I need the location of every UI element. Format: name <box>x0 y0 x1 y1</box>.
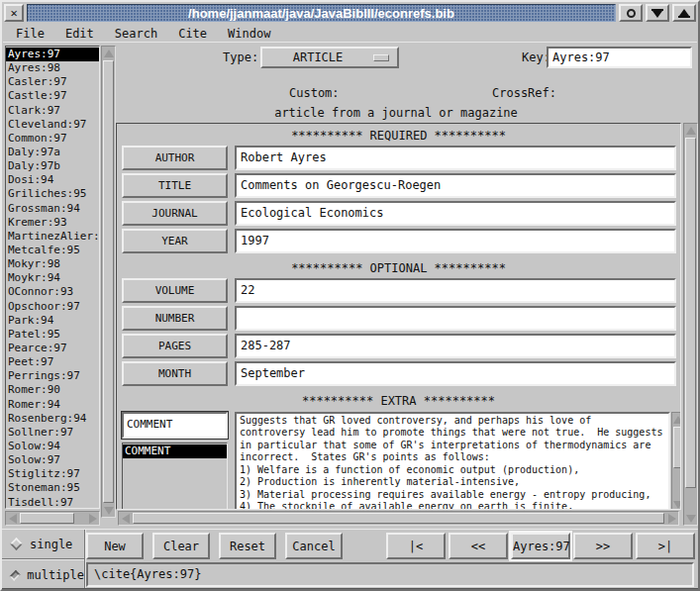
clear-button[interactable]: Clear <box>152 533 210 559</box>
reference-list-item[interactable]: Daly:97b <box>6 159 99 173</box>
reference-list-item[interactable]: Metcalfe:95 <box>6 244 99 257</box>
field-text-input[interactable]: 22 <box>235 278 676 303</box>
field-label-button[interactable]: MONTH <box>122 361 228 386</box>
scroll-thumb[interactable] <box>20 513 74 524</box>
titlebar-drag-area[interactable]: /home/jjanmaat/java/JavaBibIII/econrefs.… <box>27 4 616 22</box>
reference-list-item[interactable]: Clark:97 <box>6 104 99 118</box>
reference-list-item[interactable]: Patel:95 <box>6 328 99 342</box>
reference-list-item[interactable]: Kremer:93 <box>6 216 99 230</box>
reference-list-item[interactable]: Cleveland:97 <box>6 118 99 132</box>
form-vscrollbar[interactable] <box>683 123 698 526</box>
scroll-down-icon[interactable] <box>672 498 681 510</box>
reference-list-item[interactable]: Park:94 <box>6 314 99 328</box>
reference-list-item[interactable]: Griliches:95 <box>6 187 99 201</box>
menu-item[interactable]: Cite <box>178 27 207 41</box>
type-dropdown[interactable]: ARTICLE <box>260 47 399 68</box>
reference-list-item[interactable]: Daly:97a <box>6 146 99 159</box>
reference-list-item[interactable]: Solow:97 <box>6 453 99 467</box>
scroll-thumb[interactable] <box>673 427 681 468</box>
scroll-left-icon[interactable] <box>6 512 19 525</box>
scroll-down-icon[interactable] <box>102 504 115 517</box>
reference-list-item[interactable]: Opschoor:97 <box>6 300 99 314</box>
scroll-up-icon[interactable] <box>684 124 697 137</box>
menu-item[interactable]: Window <box>228 27 270 41</box>
scroll-left-icon[interactable] <box>119 512 132 525</box>
nav-button[interactable]: Ayres:97 <box>511 533 570 559</box>
field-label-button[interactable]: YEAR <box>122 229 228 253</box>
shade-button[interactable] <box>646 4 669 22</box>
reference-list-item[interactable]: Stoneman:95 <box>6 481 99 495</box>
field-label-button[interactable]: VOLUME <box>122 278 228 303</box>
nav-button[interactable]: |< <box>386 533 446 559</box>
field-label-button[interactable]: TITLE <box>122 173 228 198</box>
scroll-trough[interactable] <box>19 512 86 525</box>
reference-list-item[interactable]: Ayres:97 <box>6 48 99 61</box>
scroll-thumb[interactable] <box>133 513 664 524</box>
reference-list-item[interactable]: Pearce:97 <box>6 342 99 355</box>
scroll-thumb[interactable] <box>685 138 696 488</box>
reference-list-item[interactable]: Peet:97 <box>6 355 99 369</box>
mode-multiple-radio[interactable]: multiple <box>2 560 84 590</box>
reference-list-item[interactable]: Perrings:97 <box>6 369 99 383</box>
key-input[interactable]: Ayres:97 <box>547 47 692 68</box>
scroll-up-icon[interactable] <box>102 47 115 59</box>
reference-list-item[interactable]: Castle:97 <box>6 89 99 103</box>
close-button[interactable]: ✕ <box>4 4 24 22</box>
field-label-button[interactable]: JOURNAL <box>122 201 228 226</box>
reference-list-item[interactable]: Dosi:94 <box>6 173 99 187</box>
field-text-input[interactable]: 1997 <box>235 229 676 253</box>
reference-list-item[interactable]: Ayres:98 <box>6 61 99 75</box>
cite-command-field[interactable]: \cite{Ayres:97} <box>86 562 694 587</box>
comment-vscrollbar[interactable] <box>671 412 681 510</box>
menu-item[interactable]: Search <box>115 27 157 41</box>
reference-list-item[interactable]: Grossman:94 <box>6 202 99 216</box>
mode-single-radio[interactable]: single <box>2 530 84 559</box>
cancel-button[interactable]: Cancel <box>285 533 343 559</box>
reset-button[interactable]: Reset <box>219 533 276 559</box>
reference-list-vscrollbar[interactable] <box>101 46 116 518</box>
comment-textarea[interactable]: Suggests that GR loved controversy, and … <box>235 412 670 510</box>
nav-button[interactable]: >| <box>636 533 695 559</box>
scroll-thumb[interactable] <box>103 60 114 503</box>
extra-field-selector-input[interactable]: COMMENT <box>122 412 228 439</box>
field-label-button[interactable]: NUMBER <box>122 306 228 331</box>
nav-button[interactable]: << <box>449 533 508 559</box>
reference-list-item[interactable]: Rosenberg:94 <box>6 412 99 426</box>
scroll-trough[interactable] <box>684 137 697 512</box>
scroll-trough[interactable] <box>102 59 115 504</box>
reference-list-item[interactable]: Solow:94 <box>6 440 99 453</box>
reference-list-item[interactable]: Romer:90 <box>6 383 99 397</box>
reference-list-item[interactable]: Common:97 <box>6 132 99 146</box>
scroll-down-icon[interactable] <box>684 512 697 525</box>
scroll-trough[interactable] <box>672 426 681 498</box>
reference-list-item[interactable]: OConnor:93 <box>6 285 99 299</box>
field-text-input[interactable]: September <box>235 361 676 386</box>
scroll-up-icon[interactable] <box>672 413 681 426</box>
menu-item[interactable]: File <box>16 27 45 41</box>
menu-item[interactable]: Edit <box>65 27 94 41</box>
scroll-right-icon[interactable] <box>86 512 99 525</box>
field-text-input[interactable]: Robert Ayres <box>235 146 676 170</box>
reference-list-hscrollbar[interactable] <box>5 511 100 526</box>
maximize-button[interactable] <box>672 4 696 22</box>
reference-list-item[interactable]: Romer:94 <box>6 398 99 412</box>
iconify-button[interactable] <box>619 4 643 22</box>
scroll-right-icon[interactable] <box>665 512 678 525</box>
field-label-button[interactable]: AUTHOR <box>122 146 228 170</box>
reference-list-item[interactable]: Casler:97 <box>6 75 99 89</box>
field-text-input[interactable] <box>235 306 676 331</box>
reference-list-item[interactable]: Mokyr:98 <box>6 257 99 271</box>
form-hscrollbar[interactable] <box>118 511 679 526</box>
field-text-input[interactable]: Ecological Economics <box>235 201 676 226</box>
reference-list-item[interactable]: Stiglitz:97 <box>6 467 99 481</box>
reference-list-item[interactable]: MartinezAlier:9 <box>6 230 99 244</box>
reference-list-item[interactable]: Moykr:94 <box>6 271 99 285</box>
nav-button[interactable]: >> <box>573 533 633 559</box>
reference-list-item[interactable]: Sollner:97 <box>6 426 99 440</box>
field-text-input[interactable]: Comments on Georgescu-Roegen <box>235 173 676 198</box>
reference-list-item[interactable]: Tisdell:97 <box>6 496 99 510</box>
extra-field-list-item[interactable]: COMMENT <box>123 444 227 458</box>
new-button[interactable]: New <box>86 533 144 559</box>
field-text-input[interactable]: 285-287 <box>235 334 676 358</box>
field-label-button[interactable]: PAGES <box>122 334 228 358</box>
